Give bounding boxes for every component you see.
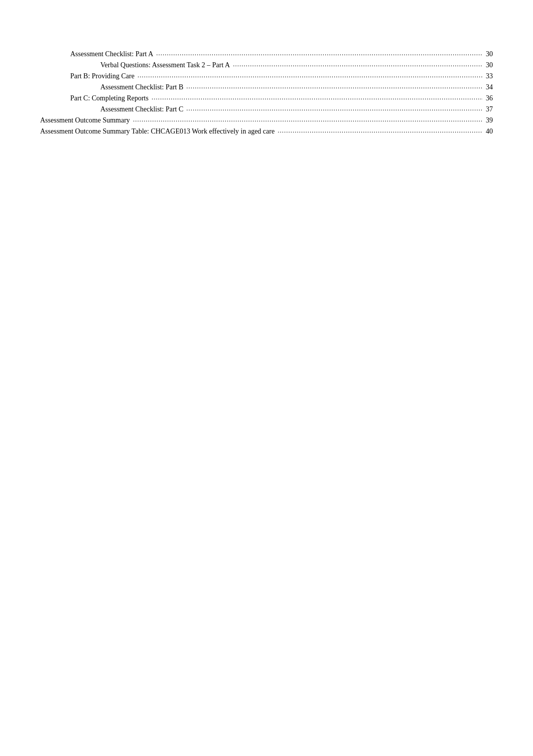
toc-entry-label: Assessment Outcome Summary <box>40 116 130 124</box>
toc-entry-label: Part C: Completing Reports <box>70 94 149 102</box>
toc-entry-label: Verbal Questions: Assessment Task 2 – Pa… <box>100 61 230 69</box>
toc-entry-page: 40 <box>486 128 493 136</box>
toc-entry: Assessment Checklist: Part C37 <box>40 105 493 113</box>
toc-entry-page: 39 <box>486 116 493 124</box>
toc-entry-dots <box>152 93 483 101</box>
toc-entry: Verbal Questions: Assessment Task 2 – Pa… <box>40 61 493 69</box>
toc-entry-dots <box>133 115 483 123</box>
toc-entry-page: 37 <box>486 105 493 113</box>
toc-entry-dots <box>156 49 483 57</box>
toc-entry: Assessment Checklist: Part B34 <box>40 83 493 91</box>
toc-entry-page: 34 <box>486 83 493 91</box>
toc-entry-label: Part B: Providing Care <box>70 72 135 80</box>
toc-entry-label: Assessment Checklist: Part B <box>100 83 183 91</box>
toc-entry: Assessment Outcome Summary39 <box>40 116 493 124</box>
toc-entry-page: 30 <box>486 61 493 69</box>
toc-entry-dots <box>278 127 483 135</box>
toc-entry-label: Assessment Outcome Summary Table: CHCAGE… <box>40 128 275 136</box>
table-of-contents: Assessment Checklist: Part A30Verbal Que… <box>40 30 493 136</box>
toc-entry: Assessment Outcome Summary Table: CHCAGE… <box>40 128 493 136</box>
toc-entry: Part B: Providing Care33 <box>40 72 493 80</box>
toc-entry-page: 36 <box>486 94 493 102</box>
toc-entry-dots <box>186 104 483 112</box>
toc-entry: Assessment Checklist: Part A30 <box>40 50 493 58</box>
toc-entry-dots <box>233 60 483 68</box>
toc-entry: Part C: Completing Reports36 <box>40 94 493 102</box>
toc-entry-page: 33 <box>486 72 493 80</box>
toc-entry-page: 30 <box>486 50 493 58</box>
toc-entry-dots <box>138 71 483 79</box>
toc-entry-label: Assessment Checklist: Part A <box>70 50 153 58</box>
toc-entry-label: Assessment Checklist: Part C <box>100 105 183 113</box>
toc-entry-dots <box>186 82 483 90</box>
